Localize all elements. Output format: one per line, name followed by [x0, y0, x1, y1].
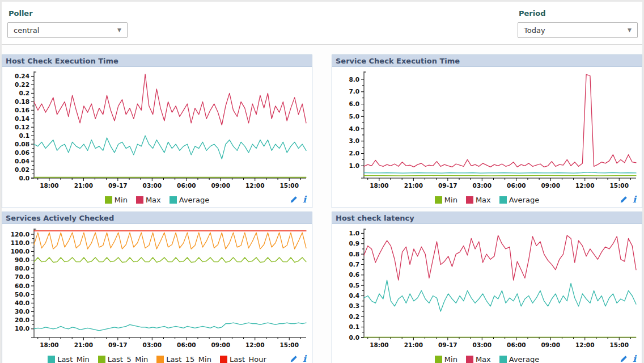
svg-text:09-17: 09-17	[438, 182, 457, 189]
legend-item-max[interactable]: Max	[466, 196, 491, 204]
edit-graph-pencil-icon[interactable]	[290, 355, 298, 363]
svg-text:09:00: 09:00	[211, 182, 230, 189]
panel-actions: i	[290, 353, 306, 363]
panel-title: Host Check Execution Time	[6, 57, 118, 65]
panel-title: Service Check Execution Time	[336, 57, 460, 65]
svg-text:21:00: 21:00	[404, 341, 423, 348]
panel-header: Host Check Execution Time	[2, 55, 312, 67]
period-select[interactable]: Today ▼	[518, 22, 638, 38]
chart-canvas[interactable]: 0.240.220.20.180.160.140.120.10.080.060.…	[2, 67, 312, 193]
svg-text:0.1: 0.1	[19, 132, 29, 139]
panel-host-check-latency: Host check latency 1.00.90.80.70.60.50.4…	[332, 212, 642, 363]
legend-swatch	[466, 196, 473, 204]
legend-item-average[interactable]: Average	[170, 196, 209, 204]
svg-text:0.9: 0.9	[349, 240, 359, 247]
svg-text:20.0: 20.0	[15, 316, 29, 323]
legend-row: MinMaxAverage i	[332, 193, 642, 206]
legend-label: Min	[444, 355, 457, 363]
legend-items: Last_MinLast_5_MinLast_15_MinLast_Hour	[48, 355, 266, 363]
info-icon[interactable]: i	[303, 195, 306, 204]
legend-items: MinMaxAverage	[435, 355, 539, 363]
edit-graph-pencil-icon[interactable]	[620, 196, 628, 204]
svg-text:12:00: 12:00	[245, 341, 264, 348]
legend-swatch	[499, 196, 507, 204]
svg-text:10.0: 10.0	[15, 325, 29, 332]
panel-body: 1.00.90.80.70.60.50.40.30.20.10.018:0021…	[332, 224, 642, 363]
edit-graph-pencil-icon[interactable]	[290, 196, 298, 204]
svg-text:12:00: 12:00	[575, 341, 594, 348]
svg-text:40.0: 40.0	[15, 299, 29, 306]
svg-text:21:00: 21:00	[74, 341, 93, 348]
legend-label: Max	[476, 355, 491, 363]
legend-item-last_hour[interactable]: Last_Hour	[220, 355, 266, 363]
svg-text:12:00: 12:00	[245, 182, 264, 189]
svg-text:15:00: 15:00	[610, 182, 629, 189]
legend-item-average[interactable]: Average	[499, 355, 539, 363]
panel-body: 0.240.220.20.180.160.140.120.10.080.060.…	[2, 67, 312, 208]
chart-canvas[interactable]: 120.0110.0100.090.080.070.060.050.040.03…	[2, 225, 312, 352]
panel-body: 120.0110.0100.090.080.070.060.050.040.03…	[2, 224, 312, 363]
legend-row: MinMaxAverage i	[2, 193, 312, 206]
panel-header: Services Actively Checked	[2, 212, 312, 224]
panel-header: Host check latency	[332, 212, 642, 224]
svg-text:06:00: 06:00	[507, 341, 526, 348]
legend-label: Last_Min	[57, 355, 90, 363]
legend-swatch	[435, 356, 442, 363]
legend-label: Max	[476, 196, 491, 204]
poller-selected-value: central	[14, 26, 39, 35]
edit-graph-pencil-icon[interactable]	[620, 355, 628, 363]
svg-text:15:00: 15:00	[280, 182, 299, 189]
svg-text:0.5: 0.5	[349, 282, 359, 289]
legend-label: Last_Hour	[230, 355, 266, 363]
panel-actions: i	[620, 193, 636, 206]
svg-text:0.04: 0.04	[15, 158, 29, 164]
svg-text:0.02: 0.02	[15, 166, 29, 173]
svg-text:21:00: 21:00	[74, 182, 93, 189]
legend-label: Last_15_Min	[166, 355, 211, 363]
chart-canvas[interactable]: 1.00.90.80.70.60.50.40.30.20.10.018:0021…	[332, 225, 642, 352]
svg-text:6.0: 6.0	[349, 100, 359, 107]
legend-item-min[interactable]: Min	[435, 355, 457, 363]
legend-item-max[interactable]: Max	[136, 196, 161, 204]
svg-text:09-17: 09-17	[438, 341, 457, 348]
legend-label: Max	[146, 196, 161, 204]
legend-item-min[interactable]: Min	[105, 196, 128, 204]
legend-item-last_5_min[interactable]: Last_5_Min	[98, 355, 148, 363]
svg-text:0.06: 0.06	[15, 149, 29, 156]
svg-text:0.2: 0.2	[349, 313, 359, 320]
svg-text:03:00: 03:00	[473, 182, 492, 189]
info-icon[interactable]: i	[303, 354, 306, 363]
legend-swatch	[435, 196, 442, 204]
legend-item-last_min[interactable]: Last_Min	[48, 355, 90, 363]
info-icon[interactable]: i	[633, 354, 636, 363]
svg-text:0.0: 0.0	[349, 334, 359, 341]
svg-text:09:00: 09:00	[541, 341, 560, 348]
legend-label: Last_5_Min	[108, 355, 148, 363]
svg-text:0.16: 0.16	[15, 107, 29, 113]
svg-text:03:00: 03:00	[143, 341, 162, 348]
legend-item-average[interactable]: Average	[499, 196, 539, 204]
legend-label: Min	[444, 196, 457, 204]
legend-label: Average	[509, 355, 539, 363]
svg-text:0.22: 0.22	[15, 81, 29, 88]
chevron-down-icon: ▼	[628, 28, 632, 33]
svg-text:0.2: 0.2	[19, 90, 29, 96]
poller-select[interactable]: central ▼	[7, 22, 128, 38]
svg-text:0.18: 0.18	[15, 98, 29, 105]
legend-item-max[interactable]: Max	[466, 355, 491, 363]
legend-swatch	[98, 356, 105, 363]
svg-text:15:00: 15:00	[610, 341, 629, 348]
chart-canvas[interactable]: 8.07.06.05.04.03.02.01.018:0021:0009-170…	[332, 67, 642, 193]
svg-text:0.1: 0.1	[349, 323, 359, 330]
svg-text:09-17: 09-17	[108, 341, 128, 348]
info-icon[interactable]: i	[633, 195, 636, 204]
legend-item-min[interactable]: Min	[435, 196, 457, 204]
poller-field: Poller central ▼	[7, 6, 128, 38]
svg-text:0.6: 0.6	[349, 271, 359, 278]
legend-items: MinMaxAverage	[435, 196, 539, 204]
panel-body: 8.07.06.05.04.03.02.01.018:0021:0009-170…	[332, 67, 642, 208]
charts-grid: Host Check Execution Time 0.240.220.20.1…	[2, 45, 642, 363]
svg-text:1.0: 1.0	[349, 230, 359, 237]
legend-item-last_15_min[interactable]: Last_15_Min	[156, 355, 211, 363]
panel-title: Host check latency	[336, 214, 414, 222]
